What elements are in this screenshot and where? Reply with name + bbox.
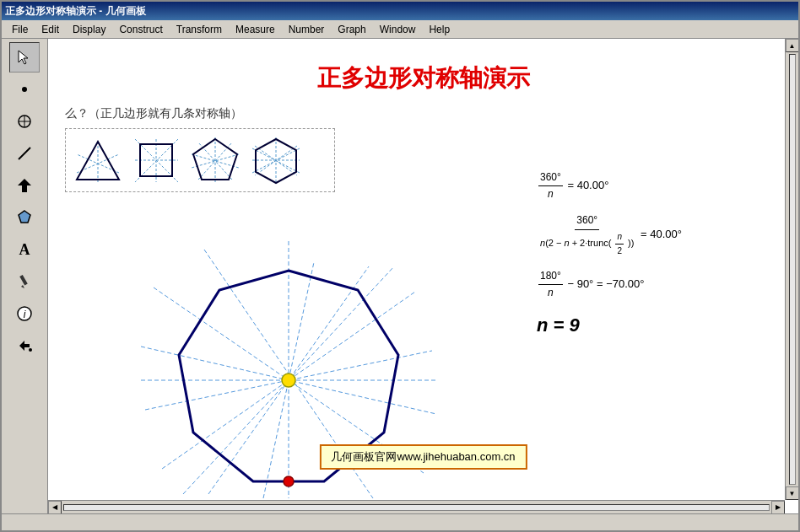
formula-2: 360° n(2 − n + 2·trunc( n 2 )) = 40.00° <box>537 212 773 257</box>
info-tool-btn[interactable]: i <box>9 298 40 329</box>
menu-file[interactable]: File <box>5 22 35 37</box>
point-tool-btn[interactable] <box>9 74 40 105</box>
menu-measure[interactable]: Measure <box>229 22 282 37</box>
menu-graph[interactable]: Graph <box>331 22 372 37</box>
scrollbar-vertical[interactable]: ▲ ▼ <box>785 39 798 500</box>
left-content: 么？（正几边形就有几条对称轴） <box>65 106 386 192</box>
svg-marker-9 <box>21 285 24 288</box>
frac-2: 360° n(2 − n + 2·trunc( n 2 )) <box>538 212 635 257</box>
svg-text:i: i <box>24 309 26 320</box>
line-tool-btn[interactable] <box>9 138 40 169</box>
titlebar: 正多边形对称轴演示 - 几何画板 <box>2 2 798 20</box>
frac-1-num: 360° <box>538 169 563 186</box>
toolbar: A i <box>2 39 48 513</box>
select-tool-btn[interactable] <box>9 42 40 73</box>
window-title: 正多边形对称轴演示 - 几何画板 <box>5 4 146 19</box>
svg-point-13 <box>29 348 32 352</box>
canvas-title: 正多边形对称轴演示 <box>317 62 530 94</box>
formulas-area: 360° n = 40.00° 360° n(2 − n + 2·trunc( … <box>537 169 773 336</box>
arrow-tool-btn[interactable] <box>9 170 40 201</box>
triangle-shape <box>73 137 123 184</box>
statusbar <box>2 513 798 530</box>
question-text: 么？（正几边形就有几条对称轴） <box>65 106 386 121</box>
svg-marker-7 <box>19 211 30 223</box>
main-window: 正多边形对称轴演示 - 几何画板 File Edit Display Const… <box>0 0 800 532</box>
canvas[interactable]: 正多边形对称轴演示 么？（正几边形就有几条对称轴） <box>48 39 798 513</box>
svg-rect-8 <box>19 275 27 285</box>
frac-3: 180° n <box>538 268 563 301</box>
menu-help[interactable]: Help <box>422 22 457 37</box>
frac-3-den: n <box>546 285 555 301</box>
compass-tool-btn[interactable] <box>9 106 40 137</box>
svg-marker-12 <box>19 341 30 351</box>
frac-2-num: 360° <box>575 212 599 229</box>
formula-1: 360° n = 40.00° <box>537 169 773 202</box>
menu-transform[interactable]: Transform <box>170 22 229 37</box>
menu-construct[interactable]: Construct <box>112 22 169 37</box>
frac-2-den: n(2 − n + 2·trunc( n 2 )) <box>538 230 635 258</box>
menubar: File Edit Display Construct Transform Me… <box>2 20 798 39</box>
svg-point-1 <box>22 87 27 92</box>
scroll-track-horizontal[interactable] <box>63 504 770 511</box>
drag-tool-btn[interactable] <box>9 330 40 361</box>
marker-tool-btn[interactable] <box>9 266 40 297</box>
menu-edit[interactable]: Edit <box>35 22 66 37</box>
frac-1: 360° n <box>538 169 563 202</box>
scroll-left-btn[interactable]: ◀ <box>48 501 62 514</box>
formula-1-result: = 40.00° <box>567 179 608 191</box>
text-tool-btn[interactable]: A <box>9 234 40 265</box>
center-point <box>282 373 295 387</box>
hexagon-shape <box>251 136 301 185</box>
scrollbar-horizontal[interactable]: ◀ ▶ <box>48 500 785 513</box>
menu-window[interactable]: Window <box>373 22 423 37</box>
svg-line-5 <box>19 148 30 159</box>
formula-3-result: − 90° = −70.00° <box>567 277 644 290</box>
shapes-row <box>65 128 335 192</box>
scroll-right-btn[interactable]: ▶ <box>771 501 785 514</box>
scroll-up-btn[interactable]: ▲ <box>786 39 799 52</box>
pentagon-shape <box>190 136 241 185</box>
bottom-vertex-point <box>284 476 294 486</box>
menu-number[interactable]: Number <box>282 22 332 37</box>
formula-2-result: = 40.00° <box>641 228 682 240</box>
square-shape <box>133 137 180 184</box>
scroll-track-vertical[interactable] <box>789 54 796 485</box>
frac-3-num: 180° <box>538 268 563 285</box>
formula-3: 180° n − 90° = −70.00° <box>537 268 773 301</box>
svg-marker-6 <box>18 179 31 192</box>
polygon-tool-btn[interactable] <box>9 202 40 233</box>
frac-1-den: n <box>546 186 555 202</box>
menu-display[interactable]: Display <box>66 22 112 37</box>
watermark: 几何画板官网www.jihehuaban.com.cn <box>319 444 527 470</box>
scroll-down-btn[interactable]: ▼ <box>786 486 799 500</box>
content-area: A i 正多边形对称轴演示 么？（正几边形就有几条对称轴） <box>2 39 798 513</box>
svg-marker-0 <box>19 51 28 64</box>
n-value: n = 9 <box>537 314 773 336</box>
